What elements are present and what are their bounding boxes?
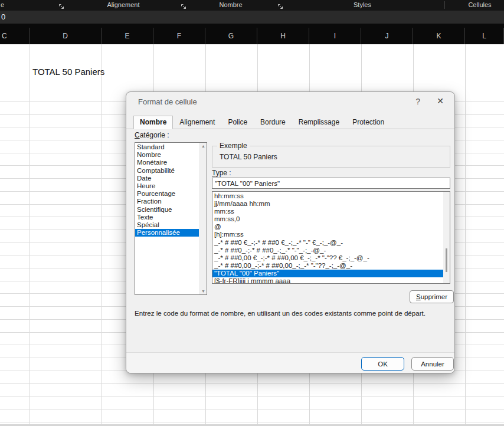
cell-total-paniers[interactable]: TOTAL 50 Paniers (32, 67, 104, 77)
help-icon[interactable]: ? (415, 97, 420, 106)
category-item[interactable]: Pourcentage (135, 190, 199, 198)
format-code-list: hh:mm:ssjj/mm/aaaa hh:mmmm:ssmm:ss,0@[h]… (212, 192, 443, 284)
category-listbox[interactable]: StandardNombreMonétaireComptabilitéDateH… (135, 142, 207, 295)
category-item[interactable]: Date (135, 175, 199, 182)
ribbon-group-styles[interactable]: Styles (354, 1, 371, 8)
scroll-down-icon[interactable]: ▼ (200, 289, 207, 293)
column-header[interactable]: E (102, 28, 153, 44)
gridline (0, 383, 504, 384)
hint-text: Entrez le code du format de nombre, en u… (135, 309, 453, 317)
dialog-tab[interactable]: Protection (346, 116, 391, 129)
category-item[interactable]: Spécial (135, 221, 199, 229)
format-cells-dialog: Format de cellule ? ✕ NombreAlignementPo… (126, 91, 455, 373)
category-item[interactable]: Personnalisée (135, 229, 199, 237)
category-item[interactable]: Fraction (135, 198, 199, 205)
ok-button[interactable]: OK (361, 357, 404, 371)
format-list-scrollbar[interactable] (443, 192, 450, 283)
category-item[interactable]: Heure (135, 182, 199, 190)
close-icon[interactable]: ✕ (437, 96, 444, 106)
format-code-item[interactable]: @ (212, 223, 443, 231)
column-header[interactable]: H (257, 28, 309, 44)
dialog-tabs: NombreAlignementPoliceBordureRemplissage… (133, 116, 391, 129)
category-list: StandardNombreMonétaireComptabilitéDateH… (135, 143, 199, 237)
format-code-item[interactable]: mm:ss (212, 208, 443, 215)
scroll-up-icon[interactable]: ▲ (200, 144, 207, 148)
example-legend: Exemple (217, 142, 250, 150)
scrollbar-thumb[interactable] (446, 248, 447, 272)
format-code-item[interactable]: [$-fr-FR]jjjj j mmmm aaaa (212, 277, 443, 284)
format-code-item[interactable]: jj/mm/aaaa hh:mm (212, 200, 443, 208)
dialog-launcher-icon[interactable] (277, 2, 284, 8)
column-headers: CDEFGHIJKL (0, 28, 504, 44)
dialog-tab[interactable]: Alignement (173, 116, 221, 129)
cancel-button[interactable]: Annuler (411, 357, 454, 371)
dialog-tab[interactable]: Nombre (133, 116, 173, 129)
category-item[interactable]: Monétaire (135, 159, 199, 166)
format-code-item[interactable]: _-* # ##0 €_-;-* # ##0 €_-;_-* "-" €_-;_… (212, 239, 443, 247)
column-header[interactable]: J (361, 28, 413, 44)
column-header[interactable]: C (0, 28, 30, 44)
ribbon-group-cellules[interactable]: Cellules (468, 1, 491, 8)
format-code-item[interactable]: hh:mm:ss (212, 192, 443, 200)
format-code-item[interactable]: "TOTAL "00" Paniers" (212, 270, 443, 277)
dialog-footer: OK Annuler (126, 352, 454, 373)
column-header[interactable]: F (153, 28, 205, 44)
category-item[interactable]: Standard (135, 143, 199, 151)
column-header[interactable]: I (309, 28, 361, 44)
format-code-item[interactable]: _-* # ##0,00 €_-;-* # ##0,00 €_-;_-* "-"… (212, 254, 443, 262)
ribbon-group-label-fragment: e (1, 1, 4, 8)
format-code-listbox[interactable]: hh:mm:ssjj/mm/aaaa hh:mmmm:ssmm:ss,0@[h]… (212, 191, 450, 284)
category-item[interactable]: Texte (135, 214, 199, 221)
formula-bar[interactable]: 0 (0, 11, 504, 24)
category-label: Catégorie : (135, 131, 169, 139)
category-item[interactable]: Nombre (135, 151, 199, 159)
dialog-tab[interactable]: Bordure (254, 116, 292, 129)
column-header[interactable]: L (465, 28, 504, 44)
delete-format-button[interactable]: Supprimer (410, 290, 454, 303)
gridline (0, 396, 504, 396)
column-header[interactable]: G (205, 28, 257, 44)
column-header[interactable]: K (413, 28, 465, 44)
type-input[interactable] (212, 178, 450, 189)
format-code-item[interactable]: _-* # ##0_-;-* # ##0_-;_-* "-"_-;_-@_- (212, 247, 443, 254)
format-code-item[interactable]: [h]:mm:ss (212, 231, 443, 238)
ribbon: e Alignement Nombre Styles Cellules (0, 0, 504, 11)
dialog-launcher-icon[interactable] (58, 2, 65, 8)
dialog-launcher-icon[interactable] (181, 2, 187, 8)
excel-window: e Alignement Nombre Styles Cellules 0 CD… (0, 0, 504, 426)
gridline (0, 409, 504, 409)
column-header[interactable]: D (30, 28, 102, 44)
column-header-bar: CDEFGHIJKL (0, 24, 504, 44)
category-scrollbar[interactable]: ▲ ▼ (199, 143, 207, 294)
example-groupbox: Exemple TOTAL 50 Paniers (212, 146, 450, 168)
category-item[interactable]: Comptabilité (135, 167, 199, 175)
formula-bar-value: 0 (1, 12, 5, 21)
type-label: Type : (212, 169, 231, 177)
dialog-tab[interactable]: Police (221, 116, 254, 129)
dialog-title: Format de cellule (138, 97, 197, 106)
format-code-item[interactable]: mm:ss,0 (212, 215, 443, 223)
format-code-item[interactable]: _-* # ##0,00_-;-* # ##0,00_-;_-* "-"??_-… (212, 262, 443, 270)
category-item[interactable]: Scientifique (135, 206, 199, 214)
ribbon-group-alignement[interactable]: Alignement (107, 1, 139, 8)
gridline (0, 422, 504, 422)
ribbon-separator (444, 1, 445, 9)
ribbon-group-nombre[interactable]: Nombre (219, 1, 242, 8)
dialog-tab[interactable]: Remplissage (292, 116, 346, 129)
